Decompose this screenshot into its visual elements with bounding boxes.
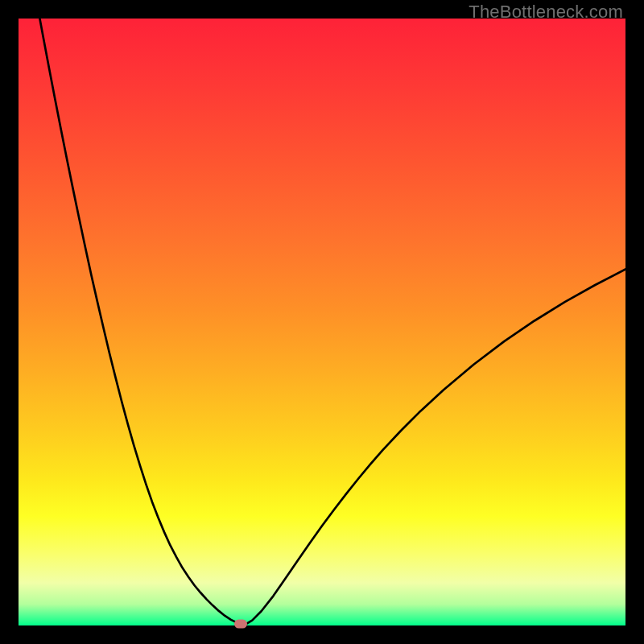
optimal-point-marker: [234, 619, 247, 628]
chart-frame: [19, 19, 625, 625]
watermark-text: TheBottleneck.com: [469, 2, 623, 23]
chart-plot: [19, 19, 625, 625]
